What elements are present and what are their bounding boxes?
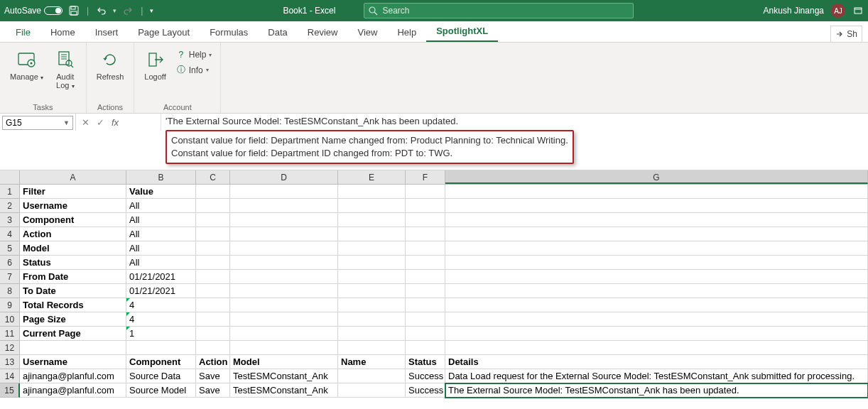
cell-G9[interactable] bbox=[445, 298, 868, 312]
cell-E12[interactable] bbox=[338, 341, 406, 355]
cell-E15[interactable] bbox=[338, 383, 406, 398]
ribbon-display-icon[interactable] bbox=[852, 5, 864, 16]
cell-C8[interactable] bbox=[196, 284, 230, 298]
cell-C9[interactable] bbox=[196, 298, 230, 312]
column-header-D[interactable]: D bbox=[230, 170, 338, 184]
cell-E7[interactable] bbox=[338, 270, 406, 284]
cell-B7[interactable]: 01/21/2021 bbox=[126, 270, 196, 284]
cell-G8[interactable] bbox=[445, 284, 868, 298]
row-header-6[interactable]: 6 bbox=[0, 256, 20, 270]
cell-F14[interactable]: Success bbox=[406, 369, 445, 383]
cell-G12[interactable] bbox=[445, 341, 868, 355]
cancel-icon[interactable]: ✕ bbox=[82, 117, 89, 128]
cell-D12[interactable] bbox=[230, 341, 338, 355]
audit-log-button[interactable]: AuditLog ▾ bbox=[50, 45, 80, 93]
cell-F5[interactable] bbox=[406, 241, 445, 256]
cell-D8[interactable] bbox=[230, 284, 338, 298]
cell-G15[interactable]: The External Source Model: TestESMConsta… bbox=[445, 383, 868, 398]
cell-D15[interactable]: TestESMConstant_Ank bbox=[230, 383, 338, 398]
share-button[interactable]: Sh bbox=[830, 26, 862, 42]
name-box[interactable]: G15 ▼ bbox=[2, 116, 73, 130]
cell-A14[interactable]: ajinanga@planful.com bbox=[20, 369, 126, 383]
column-header-B[interactable]: B bbox=[126, 170, 196, 184]
cell-B12[interactable] bbox=[126, 341, 196, 355]
help-button[interactable]: ?Help ▾ bbox=[173, 48, 215, 61]
cell-D13[interactable]: Model bbox=[230, 355, 338, 369]
cell-B14[interactable]: Source Data bbox=[126, 369, 196, 383]
cell-C14[interactable]: Save bbox=[196, 369, 230, 383]
cell-D3[interactable] bbox=[230, 213, 338, 227]
cell-G1[interactable] bbox=[445, 185, 868, 199]
cell-E5[interactable] bbox=[338, 241, 406, 256]
tab-spotlightxl[interactable]: SpotlightXL bbox=[426, 21, 498, 42]
cell-B8[interactable]: 01/21/2021 bbox=[126, 284, 196, 298]
search-box[interactable] bbox=[364, 3, 634, 18]
column-header-F[interactable]: F bbox=[406, 170, 445, 184]
cell-B13[interactable]: Component bbox=[126, 355, 196, 369]
cell-C5[interactable] bbox=[196, 241, 230, 256]
cell-D6[interactable] bbox=[230, 256, 338, 270]
cell-B2[interactable]: All bbox=[126, 199, 196, 213]
cell-C4[interactable] bbox=[196, 227, 230, 241]
cell-B15[interactable]: Source Model bbox=[126, 383, 196, 398]
cell-E14[interactable] bbox=[338, 369, 406, 383]
row-header-2[interactable]: 2 bbox=[0, 199, 20, 213]
cell-G7[interactable] bbox=[445, 270, 868, 284]
row-header-10[interactable]: 10 bbox=[0, 312, 20, 327]
cell-G6[interactable] bbox=[445, 256, 868, 270]
cell-A8[interactable]: To Date bbox=[20, 284, 126, 298]
cell-E2[interactable] bbox=[338, 199, 406, 213]
tab-insert[interactable]: Insert bbox=[85, 23, 129, 42]
cell-A15[interactable]: ajinanga@planful.com bbox=[20, 383, 126, 398]
enter-icon[interactable]: ✓ bbox=[97, 117, 104, 128]
cell-A13[interactable]: Username bbox=[20, 355, 126, 369]
info-button[interactable]: ⓘInfo ▾ bbox=[173, 62, 215, 77]
cell-A11[interactable]: Current Page bbox=[20, 327, 126, 341]
cell-C13[interactable]: Action bbox=[196, 355, 230, 369]
row-header-12[interactable]: 12 bbox=[0, 341, 20, 355]
column-header-G[interactable]: G bbox=[445, 170, 868, 184]
logoff-button[interactable]: Logoff bbox=[140, 45, 170, 84]
cell-C11[interactable] bbox=[196, 327, 230, 341]
cell-E13[interactable]: Name bbox=[338, 355, 406, 369]
cell-G11[interactable] bbox=[445, 327, 868, 341]
row-header-7[interactable]: 7 bbox=[0, 270, 20, 284]
formula-input[interactable]: 'The External Source Model: TestESMConst… bbox=[161, 114, 868, 170]
cell-E11[interactable] bbox=[338, 327, 406, 341]
cell-E8[interactable] bbox=[338, 284, 406, 298]
autosave-toggle[interactable]: AutoSave bbox=[4, 6, 63, 16]
user-avatar[interactable]: AJ bbox=[831, 4, 845, 18]
cell-G10[interactable] bbox=[445, 312, 868, 327]
cell-E4[interactable] bbox=[338, 227, 406, 241]
cell-B10[interactable]: 4 bbox=[126, 312, 196, 327]
fx-icon[interactable]: fx bbox=[112, 117, 119, 128]
save-icon[interactable] bbox=[68, 5, 80, 16]
cell-E9[interactable] bbox=[338, 298, 406, 312]
spreadsheet[interactable]: ABCDEFG1FilterValue2UsernameAll3Componen… bbox=[0, 170, 868, 398]
tab-formulas[interactable]: Formulas bbox=[200, 23, 258, 42]
cell-G2[interactable] bbox=[445, 199, 868, 213]
cell-D10[interactable] bbox=[230, 312, 338, 327]
tab-review[interactable]: Review bbox=[298, 23, 348, 42]
row-header-9[interactable]: 9 bbox=[0, 298, 20, 312]
cell-F8[interactable] bbox=[406, 284, 445, 298]
cell-A5[interactable]: Model bbox=[20, 241, 126, 256]
row-header-5[interactable]: 5 bbox=[0, 241, 20, 256]
cell-F6[interactable] bbox=[406, 256, 445, 270]
cell-C15[interactable]: Save bbox=[196, 383, 230, 398]
undo-dropdown-icon[interactable]: ▾ bbox=[113, 7, 116, 14]
refresh-button[interactable]: Refresh bbox=[92, 45, 129, 84]
cell-F10[interactable] bbox=[406, 312, 445, 327]
tab-home[interactable]: Home bbox=[40, 23, 85, 42]
cell-F3[interactable] bbox=[406, 213, 445, 227]
cell-A3[interactable]: Component bbox=[20, 213, 126, 227]
tab-data[interactable]: Data bbox=[258, 23, 297, 42]
cell-C2[interactable] bbox=[196, 199, 230, 213]
row-header-11[interactable]: 11 bbox=[0, 327, 20, 341]
cell-B11[interactable]: 1 bbox=[126, 327, 196, 341]
cell-F7[interactable] bbox=[406, 270, 445, 284]
select-all-corner[interactable] bbox=[0, 170, 20, 184]
cell-G14[interactable]: Data Load request for the External Sourc… bbox=[445, 369, 868, 383]
cell-F11[interactable] bbox=[406, 327, 445, 341]
cell-B9[interactable]: 4 bbox=[126, 298, 196, 312]
